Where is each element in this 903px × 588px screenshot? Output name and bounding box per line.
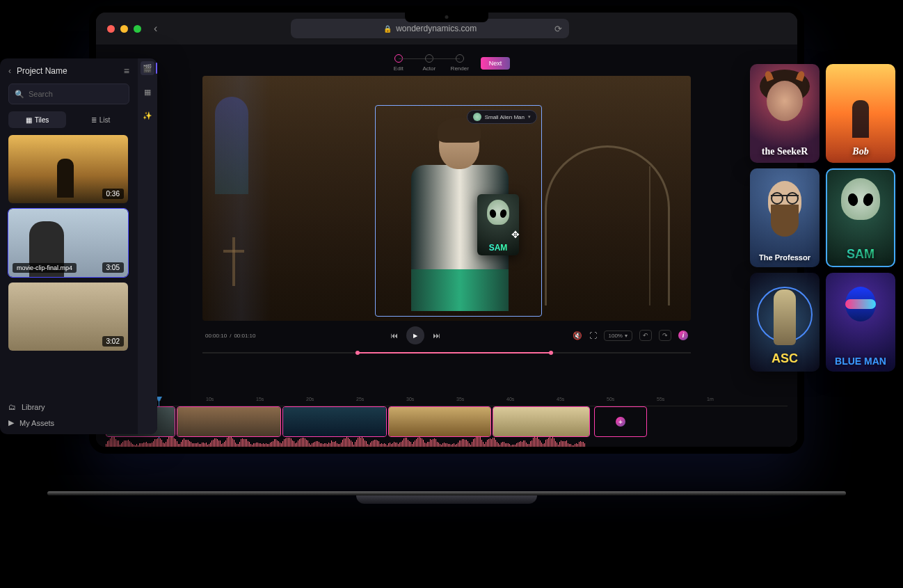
- rail-grid-icon[interactable]: ▦: [141, 85, 154, 99]
- nav-library[interactable]: 🗂 Library: [8, 403, 129, 411]
- timeline-clip[interactable]: [177, 406, 281, 437]
- character-card-seeker[interactable]: the SeekeR: [750, 64, 820, 163]
- project-title: Project Name: [17, 66, 67, 76]
- fullscreen-icon[interactable]: ⛶: [589, 331, 597, 340]
- clip-thumbnail[interactable]: movie-clip-final.mp4 3:05: [8, 209, 128, 277]
- mute-icon[interactable]: 🔇: [573, 331, 582, 340]
- nav-back-icon[interactable]: ‹: [154, 22, 157, 35]
- back-icon[interactable]: ‹: [8, 66, 11, 76]
- character-card-sam[interactable]: SAM: [826, 168, 895, 267]
- assigned-character-chip[interactable]: Small Alien Man ▾: [467, 110, 537, 124]
- play-button[interactable]: ▶: [406, 326, 424, 344]
- character-card-professor[interactable]: The Professor: [750, 168, 820, 267]
- chevron-down-icon: ▾: [528, 114, 531, 120]
- project-sidebar: ‹ Project Name ≡ 🔍 Search ▦ Tiles ≣ List…: [0, 58, 157, 434]
- reload-icon[interactable]: ⟳: [554, 24, 562, 34]
- character-card-asc[interactable]: ASC: [750, 273, 820, 372]
- timeline[interactable]: 0s5s10s15s20s25s30s35s40s45s50s55s1m +: [106, 397, 788, 447]
- window-close[interactable]: [107, 25, 115, 33]
- undo-button[interactable]: ↶: [639, 330, 652, 341]
- library-icon: 🗂: [8, 403, 16, 411]
- workflow-steps: Edit Actor Render Next: [96, 45, 797, 76]
- menu-icon[interactable]: ≡: [124, 65, 129, 77]
- cursor-icon: ✥: [511, 229, 520, 240]
- play-box-icon: ▶: [8, 418, 14, 427]
- redo-button[interactable]: ↷: [659, 330, 671, 341]
- timeline-clip[interactable]: [388, 406, 491, 437]
- character-card-bob[interactable]: Bob: [826, 64, 895, 163]
- rail-fx-icon[interactable]: ✨: [141, 109, 154, 122]
- zoom-select[interactable]: 100%▾: [604, 331, 632, 341]
- timeline-clip[interactable]: [493, 406, 590, 437]
- chip-avatar-icon: [473, 113, 481, 121]
- prev-frame-icon[interactable]: ⏮: [390, 331, 398, 340]
- timecode: 00:00:10/00:01:10: [205, 333, 259, 339]
- next-frame-icon[interactable]: ⏭: [433, 331, 440, 340]
- nav-my-assets[interactable]: ▶ My Assets: [8, 418, 129, 427]
- window-zoom[interactable]: [134, 25, 141, 33]
- step-actor[interactable]: Actor: [414, 54, 445, 72]
- view-tiles-toggle[interactable]: ▦ Tiles: [8, 111, 66, 128]
- next-button[interactable]: Next: [481, 57, 511, 70]
- search-input[interactable]: 🔍 Search: [8, 84, 129, 104]
- step-render[interactable]: Render: [445, 54, 475, 72]
- chevron-down-icon: ▾: [625, 333, 628, 339]
- timeline-clip[interactable]: [282, 406, 387, 437]
- window-minimize[interactable]: [120, 25, 128, 33]
- clip-thumbnail[interactable]: 0:36: [8, 135, 128, 203]
- character-library: the SeekeR Bob The Professor SAM ASC BLU…: [750, 64, 896, 372]
- dragged-character-card[interactable]: SAM: [477, 194, 519, 255]
- character-card-blueman[interactable]: BLUE MAN: [826, 273, 895, 372]
- audio-waveform: [106, 437, 586, 447]
- url-text: wonderdynamics.com: [396, 24, 477, 33]
- search-icon: 🔍: [15, 90, 24, 99]
- rail-clips-icon[interactable]: 🎬: [141, 61, 154, 75]
- video-viewer[interactable]: Small Alien Man ▾ SAM ✥: [202, 76, 691, 321]
- list-icon: ≣: [91, 116, 97, 124]
- lock-icon: 🔒: [383, 25, 392, 33]
- add-clip-button[interactable]: +: [594, 406, 647, 437]
- info-icon[interactable]: i: [678, 331, 688, 340]
- view-list-toggle[interactable]: ≣ List: [72, 111, 129, 128]
- mini-scrubber[interactable]: [202, 350, 691, 356]
- clip-thumbnail[interactable]: 3:02: [8, 283, 128, 351]
- step-edit[interactable]: Edit: [383, 54, 414, 72]
- grid-icon: ▦: [26, 116, 32, 124]
